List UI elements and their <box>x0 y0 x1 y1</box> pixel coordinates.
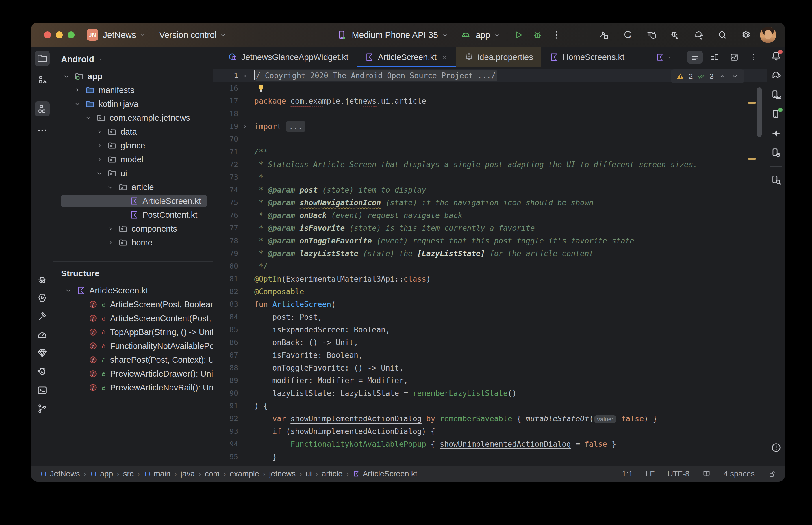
close-window-button[interactable] <box>44 31 51 39</box>
settings-gear-button[interactable] <box>740 29 752 41</box>
code-line-19[interactable]: 19import ... <box>213 120 767 133</box>
structure-member-articlescreen-post-boolean[interactable]: fArticleScreen(Post, Boolean, <box>54 297 213 311</box>
tree-item-postcontent-kt[interactable]: PostContent.kt <box>54 208 213 222</box>
debug-button[interactable] <box>531 29 544 41</box>
attach-debugger-button[interactable] <box>669 29 681 41</box>
code-line-83[interactable]: 83fun ArticleScreen( <box>213 298 767 311</box>
rail-device-explorer-button[interactable] <box>769 173 783 187</box>
code-line-80[interactable]: 80 */ <box>213 260 767 273</box>
breadcrumb-item-src[interactable]: src <box>123 469 133 479</box>
close-icon[interactable] <box>441 54 448 61</box>
encoding-widget[interactable]: UTF-8 <box>667 469 690 479</box>
breadcrumb-item-jetnews[interactable]: JetNews <box>40 469 80 479</box>
apply-code-changes-button[interactable] <box>645 29 658 41</box>
rail-device-manager-button[interactable] <box>769 88 783 102</box>
user-avatar[interactable] <box>760 27 776 43</box>
maximize-window-button[interactable] <box>68 31 75 39</box>
code-line-75[interactable]: 75 * @param showNavigationIcon (state) i… <box>213 196 767 209</box>
project-name-menu[interactable]: JetNews <box>103 30 146 40</box>
breadcrumb-item-main[interactable]: main <box>144 469 171 479</box>
intention-bulb-icon[interactable] <box>256 84 266 93</box>
breadcrumb-item-ui[interactable]: ui <box>306 469 312 479</box>
rail-running-devices-button[interactable] <box>769 107 783 121</box>
annotations-bubble-icon[interactable] <box>702 469 711 478</box>
code-line-17[interactable]: 17package com.example.jetnews.ui.article <box>213 95 767 107</box>
run-button[interactable] <box>512 29 525 41</box>
next-issue-button[interactable] <box>730 72 739 80</box>
tree-item-home[interactable]: home <box>54 236 213 250</box>
breadcrumb-item-article[interactable]: article <box>322 469 342 479</box>
tab-idea-properties[interactable]: idea.properties <box>456 47 541 67</box>
tab-homescreens-kt[interactable]: HomeScreens.kt <box>541 47 633 67</box>
preview-button[interactable] <box>726 51 742 63</box>
code-line-73[interactable]: 73 * <box>213 171 767 184</box>
tree-item-components[interactable]: components <box>54 222 213 236</box>
tab-articlescreen-kt[interactable]: ArticleScreen.kt <box>357 47 456 67</box>
breadcrumb-item-com[interactable]: com <box>205 469 220 479</box>
tab-jetnewsglanceappwidget-kt[interactable]: JetnewsGlanceAppWidget.kt <box>220 47 357 67</box>
chevron-right-icon[interactable] <box>95 141 104 150</box>
code-line-88[interactable]: 88 onToggleFavorite: () -> Unit, <box>213 362 767 374</box>
rail-profiler-gauge-button[interactable] <box>35 327 50 342</box>
tree-item-articlescreen-kt[interactable]: ArticleScreen.kt <box>54 194 213 208</box>
rail-gemini-sparkle-button[interactable] <box>769 126 783 140</box>
rail-logcat-cat-button[interactable] <box>35 364 50 379</box>
chevron-right-icon[interactable] <box>106 224 115 233</box>
rail-notifications-bell-button[interactable] <box>769 49 783 63</box>
more-actions-button[interactable] <box>550 29 563 41</box>
code-line-86[interactable]: 86 onBack: () -> Unit, <box>213 336 767 349</box>
rail-incognito-button[interactable] <box>35 272 50 287</box>
inspections-widget[interactable]: 2 3 <box>671 69 744 83</box>
chevron-down-icon[interactable] <box>106 183 115 192</box>
tree-item-glance[interactable]: glance <box>54 139 213 152</box>
fold-arrow-icon[interactable] <box>240 71 249 80</box>
rail-gradle-elephant-button[interactable] <box>769 69 783 82</box>
search-button[interactable] <box>716 29 729 41</box>
structure-root-articlescreen-kt[interactable]: ArticleScreen.kt <box>54 284 213 297</box>
tree-item-kotlin-java[interactable]: kotlin+java <box>54 97 213 111</box>
rail-project-folder-button[interactable] <box>35 51 50 66</box>
chevron-down-icon[interactable] <box>73 100 82 108</box>
gradle-sync-button[interactable] <box>692 29 705 41</box>
split-editor-button[interactable] <box>707 51 722 63</box>
rail-resource-manager-button[interactable] <box>35 72 50 87</box>
tree-item-article[interactable]: article <box>54 180 213 194</box>
tree-item-data[interactable]: data <box>54 125 213 139</box>
vcs-menu[interactable]: Version control <box>159 30 226 40</box>
device-selector[interactable]: Medium Phone API 35 <box>336 29 448 41</box>
structure-member-sharepost-post-context-un[interactable]: fsharePost(Post, Context): Un <box>54 353 213 367</box>
code-line-71[interactable]: 71/** <box>213 146 767 158</box>
rail-terminal-button[interactable] <box>35 382 50 397</box>
apply-changes-button[interactable]: A <box>621 29 634 41</box>
rail-quality-gem-button[interactable] <box>35 346 50 361</box>
rail-structure-squares-button[interactable] <box>35 101 50 116</box>
rail-services-hexagon-play-button[interactable] <box>35 290 50 305</box>
code-line-92[interactable]: 92 var showUnimplementedActionDialog by … <box>213 412 767 425</box>
project-view-header[interactable]: Android <box>54 47 213 69</box>
code-line-72[interactable]: 72 * Stateless Article Screen that displ… <box>213 158 767 171</box>
code-line-87[interactable]: 87 isFavorite: Boolean, <box>213 349 767 362</box>
indent-widget[interactable]: 4 spaces <box>724 469 755 479</box>
rail-more-horizontal-button[interactable] <box>35 123 50 138</box>
code-line-77[interactable]: 77 * @param isFavorite (state) is this i… <box>213 222 767 235</box>
code-line-95[interactable]: 95 } <box>213 450 767 463</box>
tree-item-app[interactable]: app <box>54 69 213 83</box>
code-line-81[interactable]: 81@OptIn(ExperimentalMaterial3Api::class… <box>213 273 767 285</box>
code-line-79[interactable]: 79 * @param lazyListState (state) the [L… <box>213 247 767 260</box>
structure-member-functionalitynotavailablepop[interactable]: fFunctionalityNotAvailablePop <box>54 339 213 353</box>
tab-options-button[interactable] <box>746 51 762 63</box>
build-hammer-button[interactable] <box>597 29 610 41</box>
code-editor[interactable]: 1/ Copyright 2020 The Android Open Sourc… <box>213 67 767 466</box>
structure-member-previewarticledrawer-unit[interactable]: fPreviewArticleDrawer(): Unit <box>54 367 213 380</box>
rail-device-mirroring-button[interactable] <box>769 146 783 160</box>
tree-item-manifests[interactable]: manifests <box>54 83 213 97</box>
code-line-70[interactable]: 70 <box>213 133 767 146</box>
code-line-76[interactable]: 76 * @param onBack (event) request navig… <box>213 209 767 222</box>
tree-item-ui[interactable]: ui <box>54 166 213 180</box>
code-line-78[interactable]: 78 * @param onToggleFavorite (event) req… <box>213 235 767 247</box>
chevron-down-icon[interactable] <box>62 72 71 80</box>
code-line-90[interactable]: 90 lazyListState: LazyListState = rememb… <box>213 387 767 400</box>
breadcrumb-item-example[interactable]: example <box>230 469 259 479</box>
editor-view-mode-button[interactable] <box>687 51 703 63</box>
code-line-84[interactable]: 84 post: Post, <box>213 311 767 324</box>
